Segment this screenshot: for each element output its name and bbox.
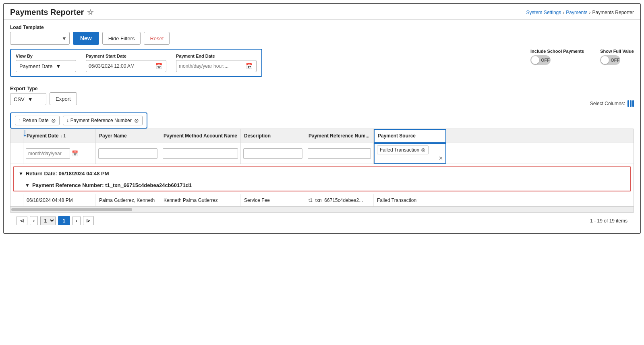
view-by-label: View By: [16, 54, 76, 58]
export-button[interactable]: Export: [50, 92, 77, 105]
include-school-label: Include School Payments: [530, 49, 584, 54]
td-payer: Palma Gutierrez, Kenneth: [96, 194, 160, 206]
include-school-toggle-group: Include School Payments OFF: [530, 49, 584, 65]
td-method-value: Kenneth Palma Gutierrez: [164, 197, 218, 203]
th-payment-date[interactable]: Payment Date ↓ 1: [23, 129, 96, 143]
filter-checkbox-cell: [10, 143, 23, 164]
td-checkbox: [10, 194, 23, 206]
td-date-value: 06/18/2024 04:48 PM: [27, 197, 73, 203]
filter-source-cell: Failed Transaction ⊗ ✕: [374, 143, 446, 164]
right-toggles: Include School Payments OFF Show Full Va…: [530, 49, 634, 65]
filter-payer-input[interactable]: [98, 148, 157, 159]
view-by-select[interactable]: Payment Date ▼: [16, 60, 76, 72]
filter-method-cell: [160, 143, 241, 164]
th-description-label: Description: [244, 133, 271, 139]
export-type-arrow: ▼: [28, 96, 33, 102]
filter-box: View By Payment Date ▼ Payment Start Dat…: [10, 49, 262, 77]
export-type-label: Export Type: [10, 86, 46, 91]
sub-group-header-label: Payment Reference Number: t1_txn_66715c4…: [32, 182, 192, 188]
show-full-state: OFF: [611, 58, 619, 62]
new-button[interactable]: New: [73, 32, 99, 45]
end-date-calendar-icon[interactable]: 📅: [246, 63, 253, 69]
sort-tags-box: ↑ Return Date ⊗ ↓ Payment Reference Numb…: [10, 112, 147, 129]
sort-tag-payment-ref: ↓ Payment Reference Number ⊗: [63, 116, 143, 125]
failed-transaction-remove[interactable]: ⊗: [421, 147, 426, 153]
export-type-select[interactable]: CSV ▼: [10, 93, 46, 105]
export-section: Export Type CSV ▼ Export: [10, 86, 77, 105]
pagination-page-select[interactable]: 1: [40, 216, 56, 225]
load-template-section: Load Template ▼ New Hide Filters Reset: [10, 25, 634, 45]
th-payment-source-label: Payment Source: [378, 133, 416, 139]
horizontal-scrollbar[interactable]: [10, 206, 634, 212]
payment-start-date-input-wrap[interactable]: 📅: [86, 60, 166, 72]
reset-button[interactable]: Reset: [144, 32, 170, 45]
sub-group-header-payment-ref[interactable]: ▼ Payment Reference Number: t1_txn_66715…: [14, 180, 630, 191]
filter-date-calendar-icon[interactable]: 📅: [72, 150, 78, 156]
th-checkbox: [10, 129, 23, 143]
th-payment-source[interactable]: Payment Source: [374, 129, 446, 143]
th-payer-name[interactable]: Payer Name: [96, 129, 160, 143]
favorite-star-icon[interactable]: ☆: [87, 8, 93, 17]
pagination-info: 1 - 19 of 19 items: [590, 218, 627, 224]
filter-payer-cell: [96, 143, 160, 164]
show-full-toggle-knob: [601, 56, 609, 64]
blue-down-arrow: ↓: [22, 127, 28, 138]
sort-tag-return-date-remove[interactable]: ⊗: [51, 117, 56, 124]
template-input[interactable]: [10, 35, 59, 42]
sort-icon-payment-date[interactable]: ↓ 1: [60, 134, 65, 138]
view-by-arrow: ▼: [56, 63, 61, 69]
select-columns-label: Select Columns:: [590, 101, 625, 106]
template-dropdown-arrow[interactable]: ▼: [59, 32, 69, 44]
th-payment-method[interactable]: Payment Method Account Name: [160, 129, 241, 143]
group-expand-arrow[interactable]: ▼: [19, 171, 23, 177]
failed-transaction-tag: Failed Transaction ⊗: [377, 145, 429, 154]
sort-tag-return-date: ↑ Return Date ⊗: [15, 116, 60, 125]
start-date-calendar-icon[interactable]: 📅: [155, 63, 162, 69]
filter-description-cell: [241, 143, 305, 164]
table-filter-row: 📅 Failed T: [10, 143, 634, 164]
view-by-value: Payment Date: [19, 63, 52, 69]
export-type-value: CSV: [14, 96, 25, 102]
show-full-toggle[interactable]: OFF: [600, 55, 620, 65]
th-payment-date-label: Payment Date: [27, 133, 58, 139]
td-reference: t1_txn_66715c4debea2...: [305, 194, 374, 206]
show-full-label: Show Full Value: [600, 49, 634, 54]
include-school-toggle[interactable]: OFF: [530, 55, 551, 65]
table-wrapper: Payment Date ↓ 1 Payer Name Payment Meth…: [10, 129, 634, 212]
select-columns-icon[interactable]: [627, 100, 634, 107]
filter-date-input[interactable]: [26, 148, 70, 159]
breadcrumb-system-settings[interactable]: System Settings: [526, 10, 561, 15]
pagination-next[interactable]: ›: [72, 216, 81, 225]
pagination-last[interactable]: ⊳: [83, 216, 94, 225]
hide-filters-button[interactable]: Hide Filters: [102, 32, 141, 45]
pagination-first[interactable]: ⊲: [17, 216, 27, 225]
sort-tag-payment-ref-label: Payment Reference Number: [70, 118, 132, 123]
th-description[interactable]: Description: [241, 129, 305, 143]
template-select[interactable]: ▼: [10, 32, 70, 45]
filter-description-input[interactable]: [243, 148, 302, 159]
td-description-value: Service Fee: [244, 197, 270, 203]
pagination-prev[interactable]: ‹: [30, 216, 38, 225]
filter-method-input[interactable]: [163, 148, 238, 159]
payment-end-date-input[interactable]: [179, 63, 243, 69]
breadcrumb-payments[interactable]: Payments: [566, 10, 587, 15]
pagination-active-page: 1: [58, 216, 70, 225]
payment-start-date-group: Payment Start Date 📅: [86, 54, 166, 72]
sub-group-expand-arrow[interactable]: ▼: [25, 183, 30, 188]
horizontal-scrollbar-thumb[interactable]: [11, 208, 132, 211]
group-section: ▼ Return Date: 06/18/2024 04:48 PM ▼ Pay…: [13, 166, 631, 191]
th-reference-label: Payment Reference Num...: [309, 133, 369, 139]
sort-tag-payment-ref-remove[interactable]: ⊗: [134, 117, 139, 124]
group-header-return-date[interactable]: ▼ Return Date: 06/18/2024 04:48 PM: [14, 167, 630, 180]
include-school-state: OFF: [541, 58, 550, 62]
payment-start-date-label: Payment Start Date: [86, 54, 166, 58]
show-full-toggle-group: Show Full Value OFF: [600, 49, 634, 65]
payment-end-date-group: Payment End Date 📅: [176, 54, 257, 72]
filter-reference-input[interactable]: [308, 148, 371, 159]
th-reference[interactable]: Payment Reference Num...: [305, 129, 374, 143]
filter-source-close[interactable]: ✕: [439, 155, 443, 161]
payment-end-date-input-wrap[interactable]: 📅: [176, 60, 257, 72]
th-payer-name-label: Payer Name: [99, 133, 127, 139]
pagination-controls: ⊲ ‹ 1 1 › ⊳: [17, 216, 94, 225]
payment-start-date-input[interactable]: [89, 63, 153, 69]
